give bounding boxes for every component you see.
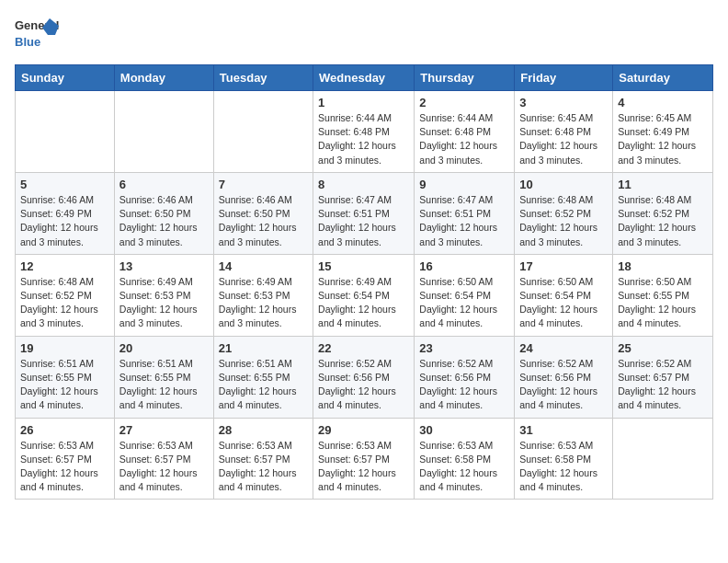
calendar-cell: 1Sunrise: 6:44 AMSunset: 6:48 PMDaylight… xyxy=(313,91,415,173)
calendar-header-row: SundayMondayTuesdayWednesdayThursdayFrid… xyxy=(16,65,713,91)
day-number: 6 xyxy=(119,178,209,191)
calendar-cell: 4Sunrise: 6:45 AMSunset: 6:49 PMDaylight… xyxy=(613,91,713,173)
day-number: 12 xyxy=(20,259,109,273)
calendar-table: SundayMondayTuesdayWednesdayThursdayFrid… xyxy=(15,64,713,500)
day-info: Sunrise: 6:44 AMSunset: 6:48 PMDaylight:… xyxy=(318,111,409,167)
calendar-week-row: 1Sunrise: 6:44 AMSunset: 6:48 PMDaylight… xyxy=(16,91,713,173)
calendar-cell: 7Sunrise: 6:46 AMSunset: 6:50 PMDaylight… xyxy=(213,172,313,254)
day-number: 14 xyxy=(219,259,308,273)
day-number: 3 xyxy=(519,96,608,109)
day-of-week-header: Friday xyxy=(515,65,613,91)
day-info: Sunrise: 6:46 AMSunset: 6:50 PMDaylight:… xyxy=(219,193,308,249)
calendar-cell: 8Sunrise: 6:47 AMSunset: 6:51 PMDaylight… xyxy=(313,172,415,254)
day-of-week-header: Wednesday xyxy=(313,65,415,91)
day-info: Sunrise: 6:52 AMSunset: 6:56 PMDaylight:… xyxy=(318,357,409,413)
calendar-cell: 5Sunrise: 6:46 AMSunset: 6:49 PMDaylight… xyxy=(16,172,115,254)
day-number: 18 xyxy=(618,259,708,273)
calendar-cell: 30Sunrise: 6:53 AMSunset: 6:58 PMDayligh… xyxy=(415,418,515,500)
day-number: 7 xyxy=(219,178,308,191)
logo-svg: General Blue xyxy=(15,15,61,53)
day-info: Sunrise: 6:48 AMSunset: 6:52 PMDaylight:… xyxy=(519,193,608,249)
calendar-cell xyxy=(213,91,313,173)
day-number: 16 xyxy=(419,259,509,273)
day-info: Sunrise: 6:47 AMSunset: 6:51 PMDaylight:… xyxy=(419,193,509,249)
calendar-cell: 31Sunrise: 6:53 AMSunset: 6:58 PMDayligh… xyxy=(515,418,613,500)
calendar-cell: 25Sunrise: 6:52 AMSunset: 6:57 PMDayligh… xyxy=(613,336,713,418)
calendar-cell: 17Sunrise: 6:50 AMSunset: 6:54 PMDayligh… xyxy=(515,254,613,336)
day-info: Sunrise: 6:49 AMSunset: 6:54 PMDaylight:… xyxy=(318,275,409,331)
day-number: 8 xyxy=(318,178,409,191)
day-info: Sunrise: 6:48 AMSunset: 6:52 PMDaylight:… xyxy=(20,275,109,331)
calendar-week-row: 26Sunrise: 6:53 AMSunset: 6:57 PMDayligh… xyxy=(16,418,713,500)
day-number: 21 xyxy=(219,341,308,355)
day-number: 19 xyxy=(20,341,109,355)
day-number: 27 xyxy=(119,423,209,437)
calendar-cell: 3Sunrise: 6:45 AMSunset: 6:48 PMDaylight… xyxy=(515,91,613,173)
day-number: 23 xyxy=(419,341,509,355)
day-of-week-header: Sunday xyxy=(16,65,115,91)
day-info: Sunrise: 6:46 AMSunset: 6:49 PMDaylight:… xyxy=(20,193,109,249)
day-info: Sunrise: 6:52 AMSunset: 6:56 PMDaylight:… xyxy=(419,357,509,413)
calendar-cell: 9Sunrise: 6:47 AMSunset: 6:51 PMDaylight… xyxy=(415,172,515,254)
calendar-cell: 14Sunrise: 6:49 AMSunset: 6:53 PMDayligh… xyxy=(213,254,313,336)
day-info: Sunrise: 6:53 AMSunset: 6:57 PMDaylight:… xyxy=(20,439,109,495)
day-number: 30 xyxy=(419,423,509,437)
calendar-cell: 16Sunrise: 6:50 AMSunset: 6:54 PMDayligh… xyxy=(415,254,515,336)
day-info: Sunrise: 6:51 AMSunset: 6:55 PMDaylight:… xyxy=(20,357,109,413)
calendar-cell: 18Sunrise: 6:50 AMSunset: 6:55 PMDayligh… xyxy=(613,254,713,336)
day-info: Sunrise: 6:44 AMSunset: 6:48 PMDaylight:… xyxy=(419,111,509,167)
day-info: Sunrise: 6:49 AMSunset: 6:53 PMDaylight:… xyxy=(119,275,209,331)
day-number: 13 xyxy=(119,259,209,273)
calendar-cell: 13Sunrise: 6:49 AMSunset: 6:53 PMDayligh… xyxy=(114,254,213,336)
calendar-cell: 29Sunrise: 6:53 AMSunset: 6:57 PMDayligh… xyxy=(313,418,415,500)
day-info: Sunrise: 6:45 AMSunset: 6:48 PMDaylight:… xyxy=(519,111,608,167)
calendar-week-row: 19Sunrise: 6:51 AMSunset: 6:55 PMDayligh… xyxy=(16,336,713,418)
day-number: 17 xyxy=(519,259,608,273)
day-info: Sunrise: 6:47 AMSunset: 6:51 PMDaylight:… xyxy=(318,193,409,249)
day-number: 5 xyxy=(20,178,109,191)
day-info: Sunrise: 6:53 AMSunset: 6:57 PMDaylight:… xyxy=(318,439,409,495)
day-info: Sunrise: 6:48 AMSunset: 6:52 PMDaylight:… xyxy=(618,193,708,249)
calendar-cell: 20Sunrise: 6:51 AMSunset: 6:55 PMDayligh… xyxy=(114,336,213,418)
day-number: 9 xyxy=(419,178,509,191)
day-number: 26 xyxy=(20,423,109,437)
calendar-cell: 6Sunrise: 6:46 AMSunset: 6:50 PMDaylight… xyxy=(114,172,213,254)
calendar-cell: 26Sunrise: 6:53 AMSunset: 6:57 PMDayligh… xyxy=(16,418,115,500)
calendar-cell xyxy=(114,91,213,173)
calendar-cell: 22Sunrise: 6:52 AMSunset: 6:56 PMDayligh… xyxy=(313,336,415,418)
day-number: 11 xyxy=(618,178,708,191)
day-info: Sunrise: 6:53 AMSunset: 6:57 PMDaylight:… xyxy=(219,439,308,495)
calendar-cell: 11Sunrise: 6:48 AMSunset: 6:52 PMDayligh… xyxy=(613,172,713,254)
day-number: 24 xyxy=(519,341,608,355)
calendar-cell: 2Sunrise: 6:44 AMSunset: 6:48 PMDaylight… xyxy=(415,91,515,173)
calendar-cell: 19Sunrise: 6:51 AMSunset: 6:55 PMDayligh… xyxy=(16,336,115,418)
day-info: Sunrise: 6:45 AMSunset: 6:49 PMDaylight:… xyxy=(618,111,708,167)
day-info: Sunrise: 6:46 AMSunset: 6:50 PMDaylight:… xyxy=(119,193,209,249)
day-info: Sunrise: 6:53 AMSunset: 6:57 PMDaylight:… xyxy=(119,439,209,495)
calendar-cell: 27Sunrise: 6:53 AMSunset: 6:57 PMDayligh… xyxy=(114,418,213,500)
day-info: Sunrise: 6:53 AMSunset: 6:58 PMDaylight:… xyxy=(519,439,608,495)
day-number: 20 xyxy=(119,341,209,355)
day-info: Sunrise: 6:50 AMSunset: 6:55 PMDaylight:… xyxy=(618,275,708,331)
calendar-week-row: 5Sunrise: 6:46 AMSunset: 6:49 PMDaylight… xyxy=(16,172,713,254)
calendar-cell: 15Sunrise: 6:49 AMSunset: 6:54 PMDayligh… xyxy=(313,254,415,336)
calendar-cell: 24Sunrise: 6:52 AMSunset: 6:56 PMDayligh… xyxy=(515,336,613,418)
svg-text:Blue: Blue xyxy=(15,35,40,49)
day-number: 4 xyxy=(618,96,708,109)
calendar-cell: 10Sunrise: 6:48 AMSunset: 6:52 PMDayligh… xyxy=(515,172,613,254)
calendar-cell: 28Sunrise: 6:53 AMSunset: 6:57 PMDayligh… xyxy=(213,418,313,500)
day-info: Sunrise: 6:51 AMSunset: 6:55 PMDaylight:… xyxy=(219,357,308,413)
day-info: Sunrise: 6:53 AMSunset: 6:58 PMDaylight:… xyxy=(419,439,509,495)
page-header: General Blue xyxy=(15,15,713,53)
day-number: 10 xyxy=(519,178,608,191)
logo: General Blue xyxy=(15,15,61,53)
day-number: 25 xyxy=(618,341,708,355)
day-number: 31 xyxy=(519,423,608,437)
day-number: 15 xyxy=(318,259,409,273)
calendar-week-row: 12Sunrise: 6:48 AMSunset: 6:52 PMDayligh… xyxy=(16,254,713,336)
day-info: Sunrise: 6:50 AMSunset: 6:54 PMDaylight:… xyxy=(519,275,608,331)
day-number: 29 xyxy=(318,423,409,437)
calendar-cell xyxy=(613,418,713,500)
day-number: 28 xyxy=(219,423,308,437)
day-info: Sunrise: 6:51 AMSunset: 6:55 PMDaylight:… xyxy=(119,357,209,413)
